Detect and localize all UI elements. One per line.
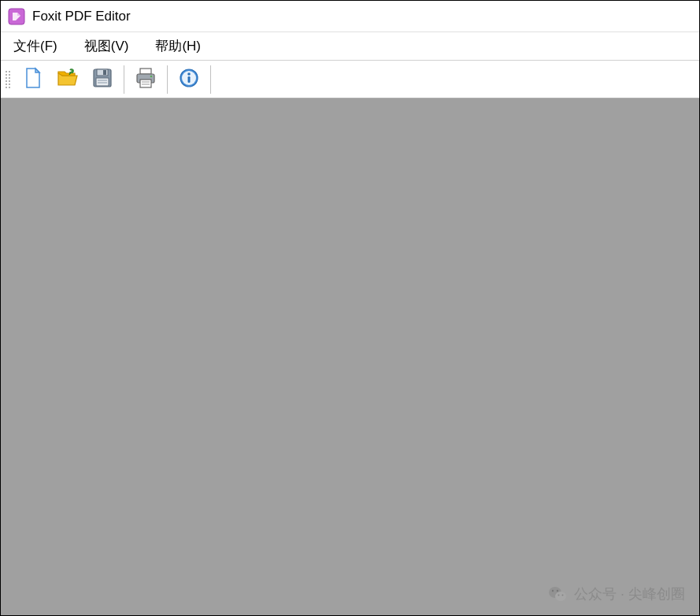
save-icon bbox=[91, 66, 114, 93]
menu-file[interactable]: 文件(F) bbox=[7, 34, 64, 58]
app-title: Foxit PDF Editor bbox=[32, 9, 131, 24]
toolbar-separator bbox=[167, 65, 168, 94]
svg-rect-7 bbox=[140, 69, 151, 74]
workspace-area: 公众号 · 尖峰创圈 bbox=[1, 98, 699, 615]
svg-rect-3 bbox=[103, 70, 106, 75]
print-button[interactable] bbox=[129, 64, 162, 95]
menu-view[interactable]: 视图(V) bbox=[78, 34, 135, 58]
new-file-button[interactable] bbox=[17, 64, 50, 95]
toolbar-grip[interactable] bbox=[6, 67, 12, 92]
svg-rect-10 bbox=[140, 80, 151, 87]
application-window: Foxit PDF Editor 文件(F) 视图(V) 帮助(H) bbox=[0, 0, 700, 616]
watermark-text: 公众号 · 尖峰创圈 bbox=[574, 584, 685, 603]
svg-point-21 bbox=[557, 595, 559, 596]
print-icon bbox=[134, 66, 157, 93]
toolbar bbox=[1, 61, 699, 98]
save-button[interactable] bbox=[86, 64, 119, 95]
menubar: 文件(F) 视图(V) 帮助(H) bbox=[1, 32, 699, 61]
svg-point-22 bbox=[561, 595, 563, 596]
toolbar-separator bbox=[210, 65, 211, 94]
svg-rect-4 bbox=[96, 78, 109, 86]
menu-help[interactable]: 帮助(H) bbox=[149, 34, 207, 58]
svg-point-9 bbox=[150, 75, 153, 77]
new-file-icon bbox=[21, 66, 45, 93]
watermark: 公众号 · 尖峰创圈 bbox=[547, 584, 685, 604]
svg-point-19 bbox=[552, 590, 554, 592]
titlebar: Foxit PDF Editor bbox=[1, 1, 699, 32]
wechat-icon bbox=[547, 584, 568, 604]
info-icon bbox=[178, 67, 200, 92]
app-icon bbox=[7, 7, 26, 26]
svg-point-15 bbox=[187, 72, 191, 76]
svg-rect-16 bbox=[188, 76, 191, 83]
svg-point-18 bbox=[555, 592, 566, 601]
info-button[interactable] bbox=[172, 64, 206, 95]
toolbar-separator bbox=[124, 65, 124, 94]
open-file-button[interactable] bbox=[51, 64, 84, 95]
open-folder-icon bbox=[56, 66, 80, 93]
svg-point-20 bbox=[557, 590, 558, 592]
